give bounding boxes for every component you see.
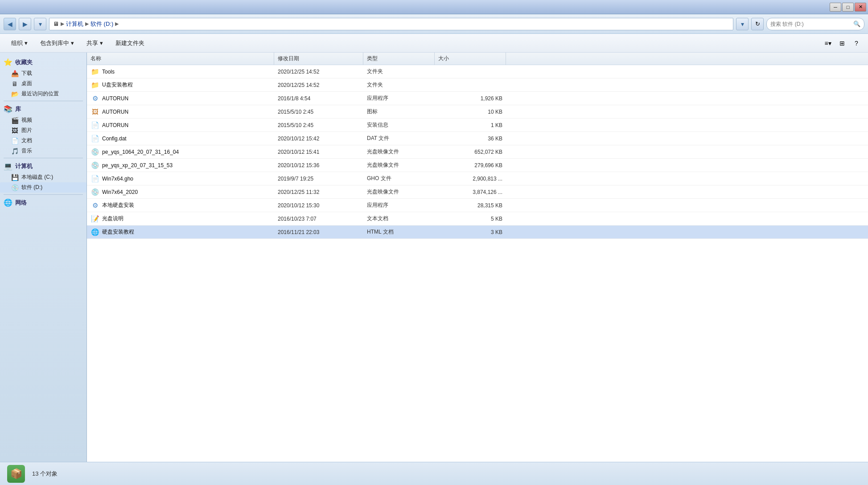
sidebar-item-software-d[interactable]: 💿 软件 (D:) — [0, 182, 86, 193]
file-name: 本地硬盘安装 — [102, 201, 134, 209]
file-size-cell — [435, 78, 506, 91]
file-type-cell: HTML 文档 — [363, 226, 435, 238]
table-row[interactable]: ⚙ 本地硬盘安装 2020/10/12 15:30 应用程序 28,315 KB — [87, 199, 868, 212]
back-button[interactable]: ◀ — [4, 18, 16, 30]
file-type-icon: 📁 — [91, 68, 99, 76]
favorites-icon: ⭐ — [4, 58, 12, 66]
file-name: pe_yqs_xp_20_07_31_15_53 — [102, 162, 173, 169]
preview-pane-button[interactable]: ⊞ — [836, 37, 848, 49]
table-row[interactable]: 🌐 硬盘安装教程 2016/11/21 22:03 HTML 文档 3 KB — [87, 226, 868, 239]
minimize-button[interactable]: ─ — [830, 3, 841, 12]
file-date-cell: 2020/12/25 14:52 — [274, 78, 363, 91]
sidebar-item-pictures[interactable]: 🖼 图片 — [0, 125, 86, 136]
table-row[interactable]: 📄 Config.dat 2020/10/12 15:42 DAT 文件 36 … — [87, 132, 868, 145]
include-library-button[interactable]: 包含到库中 ▾ — [34, 36, 80, 50]
file-size-cell: 36 KB — [435, 132, 506, 145]
file-type-cell: 应用程序 — [363, 92, 435, 105]
sidebar-header-favorites[interactable]: ⭐ 收藏夹 — [0, 56, 86, 68]
col-header-type[interactable]: 类型 — [363, 53, 435, 65]
col-header-name[interactable]: 名称 — [87, 53, 274, 65]
sidebar-section-computer: 💻 计算机 💾 本地磁盘 (C:) 💿 软件 (D:) — [0, 160, 86, 193]
software-d-label: 软件 (D:) — [21, 184, 42, 191]
file-date-cell: 2020/10/12 15:41 — [274, 145, 363, 158]
dropdown-arrow-icon: ▾ — [39, 21, 42, 28]
file-type-cell: 文本文档 — [363, 212, 435, 225]
sidebar-header-computer[interactable]: 💻 计算机 — [0, 160, 86, 172]
table-row[interactable]: 💿 Win7x64_2020 2020/12/25 11:32 光盘映像文件 3… — [87, 185, 868, 199]
file-type-cell: 文件夹 — [363, 65, 435, 78]
sidebar-item-desktop[interactable]: 🖥 桌面 — [0, 78, 86, 89]
file-type-icon: 📄 — [91, 175, 99, 183]
path-dropdown-button[interactable]: ▾ — [736, 18, 749, 30]
sidebar-item-local-c[interactable]: 💾 本地磁盘 (C:) — [0, 172, 86, 182]
path-drive[interactable]: 软件 (D:) — [91, 20, 113, 28]
new-folder-label: 新建文件夹 — [115, 39, 144, 47]
downloads-icon: 📥 — [11, 70, 19, 77]
search-box[interactable]: 🔍 — [766, 18, 864, 30]
sidebar-header-network[interactable]: 🌐 网络 — [0, 197, 86, 209]
sidebar-header-library[interactable]: 📚 库 — [0, 103, 86, 115]
file-name-cell: ⚙ AUTORUN — [87, 92, 274, 105]
table-row[interactable]: 💿 pe_yqs_1064_20_07_31_16_04 2020/10/12 … — [87, 145, 868, 159]
sidebar-section-favorites: ⭐ 收藏夹 📥 下载 🖥 桌面 📂 最近访问的位置 — [0, 56, 86, 99]
organize-button[interactable]: 组织 ▾ — [5, 36, 33, 50]
file-type-cell: 光盘映像文件 — [363, 145, 435, 158]
recent-locations-button[interactable]: ▾ — [34, 18, 46, 30]
file-name-cell: 📄 Config.dat — [87, 132, 274, 145]
file-type-icon: 🌐 — [91, 228, 99, 236]
file-name: AUTORUN — [102, 109, 128, 115]
col-header-date[interactable]: 修改日期 — [274, 53, 363, 65]
file-name-cell: 🖼 AUTORUN — [87, 105, 274, 118]
file-type-icon: 🖼 — [91, 108, 99, 115]
col-header-size[interactable]: 大小 — [435, 53, 506, 65]
computer-icon: 🖥 — [53, 21, 59, 27]
sidebar-item-videos[interactable]: 🎬 视频 — [0, 115, 86, 125]
divider-1 — [4, 101, 83, 101]
table-row[interactable]: ⚙ AUTORUN 2016/1/8 4:54 应用程序 1,926 KB — [87, 92, 868, 105]
table-row[interactable]: 💿 pe_yqs_xp_20_07_31_15_53 2020/10/12 15… — [87, 159, 868, 172]
table-row[interactable]: 📝 光盘说明 2016/10/23 7:07 文本文档 5 KB — [87, 212, 868, 226]
file-size-cell: 5 KB — [435, 212, 506, 225]
sidebar-item-recent[interactable]: 📂 最近访问的位置 — [0, 89, 86, 99]
share-button[interactable]: 共享 ▾ — [81, 36, 109, 50]
new-folder-button[interactable]: 新建文件夹 — [110, 36, 150, 50]
sidebar-item-downloads[interactable]: 📥 下载 — [0, 68, 86, 78]
forward-button[interactable]: ▶ — [19, 18, 31, 30]
file-date-cell: 2016/10/23 7:07 — [274, 212, 363, 225]
help-button[interactable]: ? — [850, 37, 863, 49]
search-icon: 🔍 — [853, 21, 860, 27]
sidebar-item-documents[interactable]: 📄 文档 — [0, 136, 86, 146]
file-name-cell: 💿 pe_yqs_1064_20_07_31_16_04 — [87, 145, 274, 158]
table-row[interactable]: 📄 Win7x64.gho 2019/9/7 19:25 GHO 文件 2,90… — [87, 172, 868, 185]
file-size-cell: 1 KB — [435, 119, 506, 132]
toolbar: 组织 ▾ 包含到库中 ▾ 共享 ▾ 新建文件夹 ≡▾ ⊞ ? — [0, 34, 868, 53]
table-row[interactable]: 📁 U盘安装教程 2020/12/25 14:52 文件夹 — [87, 78, 868, 92]
back-icon: ◀ — [8, 21, 12, 28]
file-type-cell: 光盘映像文件 — [363, 185, 435, 198]
table-row[interactable]: 📁 Tools 2020/12/25 14:52 文件夹 — [87, 65, 868, 78]
titlebar-buttons: ─ □ ✕ — [830, 3, 866, 12]
file-size-cell: 1,926 KB — [435, 92, 506, 105]
table-row[interactable]: 📄 AUTORUN 2015/5/10 2:45 安装信息 1 KB — [87, 119, 868, 132]
file-name-cell: 🌐 硬盘安装教程 — [87, 226, 274, 238]
file-date-cell: 2015/5/10 2:45 — [274, 105, 363, 118]
table-row[interactable]: 🖼 AUTORUN 2015/5/10 2:45 图标 10 KB — [87, 105, 868, 119]
address-path[interactable]: 🖥 ▶ 计算机 ▶ 软件 (D:) ▶ — [49, 18, 733, 30]
file-size-cell: 279,696 KB — [435, 159, 506, 172]
refresh-button[interactable]: ↻ — [751, 18, 764, 30]
view-options-button[interactable]: ≡▾ — [822, 37, 834, 49]
maximize-button[interactable]: □ — [842, 3, 854, 12]
path-computer[interactable]: 计算机 — [66, 20, 83, 28]
pictures-icon: 🖼 — [11, 127, 19, 134]
search-input[interactable] — [770, 21, 852, 27]
statusbar: 📦 13 个对象 — [0, 462, 868, 485]
sidebar-item-music[interactable]: 🎵 音乐 — [0, 146, 86, 156]
downloads-label: 下载 — [21, 70, 32, 77]
computer-label: 计算机 — [15, 162, 33, 170]
file-date-cell: 2015/5/10 2:45 — [274, 119, 363, 132]
desktop-label: 桌面 — [21, 80, 32, 87]
close-button[interactable]: ✕ — [855, 3, 866, 12]
file-date-cell: 2016/11/21 22:03 — [274, 226, 363, 238]
file-name-cell: 📁 U盘安装教程 — [87, 78, 274, 91]
favorites-label: 收藏夹 — [15, 58, 33, 66]
